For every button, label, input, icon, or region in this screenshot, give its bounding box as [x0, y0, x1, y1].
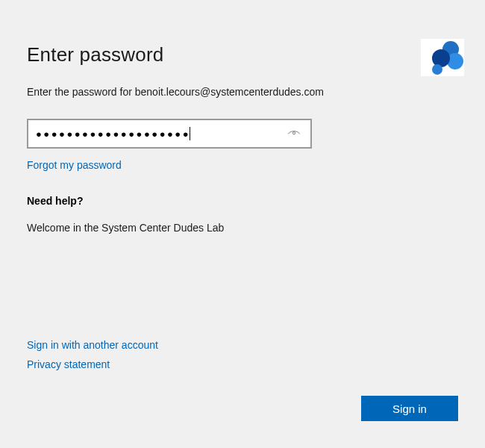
- instruction-prefix: Enter the password for: [27, 86, 135, 98]
- page-title: Enter password: [27, 43, 458, 66]
- text-cursor: [190, 127, 190, 140]
- signin-panel: Enter password Enter the password for be…: [0, 0, 485, 448]
- org-logo: [421, 39, 464, 76]
- privacy-statement-link[interactable]: Privacy statement: [27, 358, 458, 370]
- button-row: Sign in: [27, 396, 458, 421]
- svg-point-4: [292, 132, 295, 134]
- account-email: benoit.lecours@systemcenterdudes.com: [135, 86, 324, 98]
- forgot-password-link[interactable]: Forgot my password: [27, 159, 458, 171]
- another-account-link[interactable]: Sign in with another account: [27, 339, 458, 351]
- password-value-masked: ●●●●●●●●●●●●●●●●●●●●: [36, 128, 190, 140]
- signin-button[interactable]: Sign in: [361, 396, 458, 421]
- footer-links: Sign in with another account Privacy sta…: [27, 339, 458, 378]
- svg-point-2: [432, 49, 450, 67]
- svg-point-3: [432, 64, 442, 75]
- welcome-message: Welcome in the System Center Dudes Lab: [27, 222, 458, 234]
- instruction-text: Enter the password for benoit.lecours@sy…: [27, 86, 458, 98]
- password-reveal-icon[interactable]: [287, 126, 301, 141]
- help-heading: Need help?: [27, 195, 458, 207]
- password-input[interactable]: ●●●●●●●●●●●●●●●●●●●●: [27, 119, 312, 149]
